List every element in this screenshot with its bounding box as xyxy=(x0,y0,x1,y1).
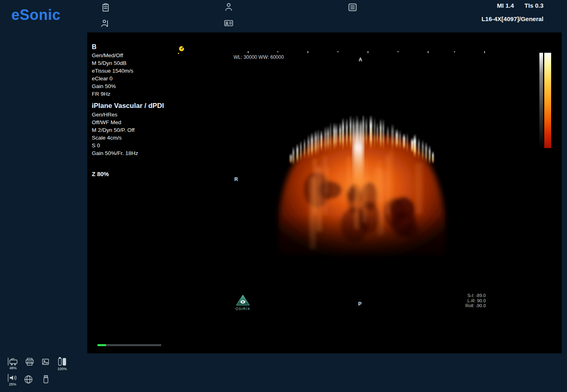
angle-readout: L-R: 90.0 xyxy=(465,298,486,304)
image-storage-icon[interactable] xyxy=(41,358,50,366)
usb-storage-icon[interactable] xyxy=(42,375,50,384)
acoustic-output-block: MI 1.4 TIs 0.3 L16-4X[4097]/General xyxy=(481,2,543,22)
bmode-param-line: eTissue 1540m/s xyxy=(92,67,164,75)
orientation-marker-a: A xyxy=(359,57,362,62)
cine-progress-bar xyxy=(97,344,161,346)
user-icon[interactable] xyxy=(224,2,234,12)
ruler-tick xyxy=(338,51,338,52)
orientation-marker-p: P xyxy=(358,301,361,307)
vascular-3d-render xyxy=(266,116,457,266)
probe-orientation-icon xyxy=(177,46,185,55)
printer-icon[interactable] xyxy=(24,358,35,366)
tis-value: TIs 0.3 xyxy=(524,2,543,9)
osirix-label: OSIRIX xyxy=(235,307,251,311)
probe-preset-label[interactable]: L16-4X[4097]/General xyxy=(481,15,543,22)
id-card-icon[interactable] xyxy=(224,18,234,28)
angle-readout: Roll: -90.0 xyxy=(465,303,486,308)
orientation-marker-r: R xyxy=(234,177,238,182)
iplane-param-line: M 2/Dyn 50/P. Off xyxy=(92,126,164,134)
iplane-param-line: Off/WF Med xyxy=(92,118,164,126)
iplane-param-line: S 0 xyxy=(92,142,164,149)
iplane-param-line: Gain 50%/Fr. 18Hz xyxy=(92,149,164,157)
orientation-angles: S-I: -89.0L-R: 90.0Roll: -90.0 xyxy=(465,293,486,308)
patient-icon[interactable] xyxy=(100,19,110,28)
iplane-param-line: Gen/HRes xyxy=(92,111,164,118)
probe-battery-percent: 48% xyxy=(7,366,19,370)
bmode-title: B xyxy=(92,43,164,51)
iplane-params: Gen/HResOff/WF MedM 2/Dyn 50/P. OffScale… xyxy=(92,111,164,157)
angle-readout: S-I: -89.0 xyxy=(465,293,486,298)
bmode-param-line: FR 9Hz xyxy=(92,90,164,98)
network-globe-icon[interactable] xyxy=(24,375,33,384)
probe-battery-indicator[interactable]: 48% xyxy=(7,358,19,370)
ruler-tick xyxy=(307,51,308,53)
zoom-level: Z 80% xyxy=(92,170,164,178)
osirix-logo: OSIRIX xyxy=(235,295,251,311)
bmode-param-line: Gen/Med/Off xyxy=(92,52,164,59)
mi-value: MI 1.4 xyxy=(497,2,514,9)
image-viewport: B Gen/Med/OffM 5/Dyn 50dBeTissue 1540m/s… xyxy=(87,32,562,353)
iplane-param-line: Scale 4cm/s xyxy=(92,134,164,142)
bmode-param-line: Gain 50% xyxy=(92,82,164,90)
doppler-colorbar xyxy=(544,53,551,148)
esonic-logo: eSonic xyxy=(11,6,61,24)
battery-percent: 100% xyxy=(57,367,67,371)
top-bar: eSonic MI 1.4 TIs 0.3 L16-4X[4097 xyxy=(0,0,567,32)
ruler-tick xyxy=(428,51,428,53)
exam-list-icon[interactable] xyxy=(348,2,357,12)
ruler-tick xyxy=(368,51,368,53)
ruler-tick xyxy=(277,51,278,52)
bmode-param-line: eClear 0 xyxy=(92,75,164,82)
cine-progress-fill xyxy=(97,344,106,346)
worklist-icon[interactable] xyxy=(101,3,110,13)
ruler-tick xyxy=(454,51,455,52)
bmode-params: Gen/Med/OffM 5/Dyn 50dBeTissue 1540m/seC… xyxy=(92,52,164,98)
ruler-tick xyxy=(248,51,249,53)
grayscale-colorbar xyxy=(539,53,543,148)
volume-percent: 25% xyxy=(7,382,18,386)
iplane-title: iPlane Vascular / dPDI xyxy=(92,102,164,110)
volume-indicator[interactable]: 25% xyxy=(7,374,18,386)
ruler-tick xyxy=(398,51,398,52)
bmode-param-line: M 5/Dyn 50dB xyxy=(92,59,164,67)
ruler-tick xyxy=(484,51,485,53)
imaging-parameters: B Gen/Med/OffM 5/Dyn 50dBeTissue 1540m/s… xyxy=(92,43,164,178)
battery-indicator[interactable]: 100% xyxy=(57,357,67,371)
window-level-readout: WL: 30000 WW: 60000 xyxy=(234,54,284,60)
status-bar: 48% 100% 25% xyxy=(0,353,567,392)
